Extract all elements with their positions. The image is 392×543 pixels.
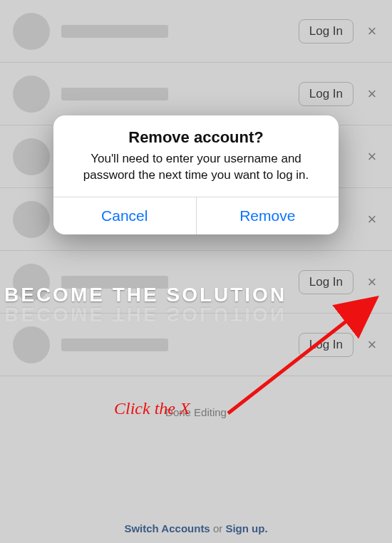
watermark: BECOME THE SOLUTION BECOME THE SOLUTION xyxy=(4,284,287,326)
footer-or: or xyxy=(210,522,226,534)
remove-button[interactable]: Remove xyxy=(196,197,339,234)
remove-account-icon[interactable]: × xyxy=(361,85,383,103)
account-row: Log In × xyxy=(0,0,392,63)
login-button[interactable]: Log In xyxy=(299,270,354,294)
login-button[interactable]: Log In xyxy=(299,82,354,106)
login-button[interactable]: Log In xyxy=(299,19,354,43)
remove-account-dialog: Remove account? You'll need to enter you… xyxy=(53,115,339,234)
dialog-title: Remove account? xyxy=(53,115,339,151)
remove-account-icon[interactable]: × xyxy=(361,210,383,229)
avatar xyxy=(13,138,50,175)
remove-account-icon[interactable]: × xyxy=(361,273,383,291)
account-name xyxy=(61,25,299,38)
remove-account-icon[interactable]: × xyxy=(361,22,383,41)
avatar xyxy=(13,13,50,50)
avatar xyxy=(13,76,50,113)
dialog-buttons: Cancel Remove xyxy=(53,197,339,234)
annotation-text: Click the X xyxy=(114,399,190,418)
avatar xyxy=(13,201,50,238)
signup-link[interactable]: Sign up. xyxy=(225,522,267,534)
screen: { "accounts": [ {"login_label":"Log In"}… xyxy=(0,0,392,543)
remove-account-icon[interactable]: × xyxy=(361,148,383,166)
login-button[interactable]: Log In xyxy=(299,333,354,357)
done-editing-button[interactable]: Done Editing xyxy=(0,406,392,418)
watermark-reflection: BECOME THE SOLUTION xyxy=(4,303,287,326)
cancel-button[interactable]: Cancel xyxy=(53,197,196,234)
dialog-message: You'll need to enter your username and p… xyxy=(53,151,339,197)
avatar xyxy=(13,326,50,363)
footer: Switch Accounts or Sign up. xyxy=(0,522,392,534)
account-name xyxy=(61,338,299,351)
switch-accounts-link[interactable]: Switch Accounts xyxy=(124,522,210,534)
remove-account-icon[interactable]: × xyxy=(361,336,383,354)
account-name xyxy=(61,88,299,100)
